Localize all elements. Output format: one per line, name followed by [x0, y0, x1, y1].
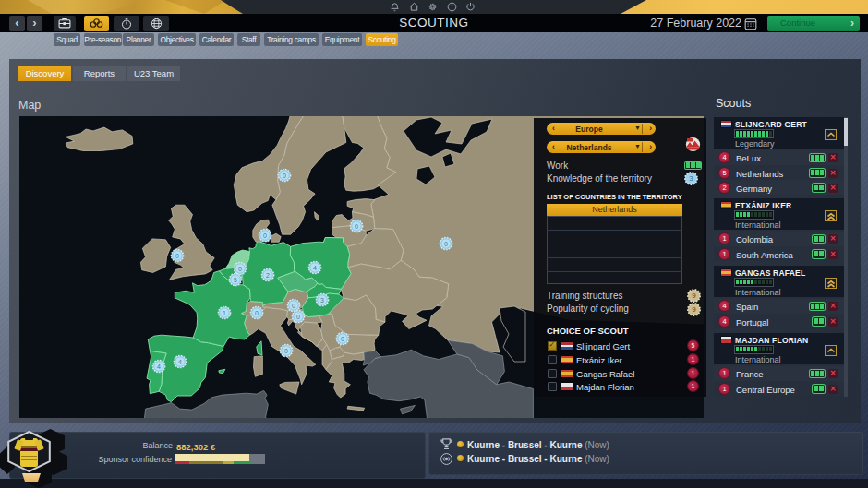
svg-text:0: 0 — [355, 223, 358, 230]
svg-text:0: 0 — [296, 314, 300, 320]
svg-text:0: 0 — [444, 241, 448, 247]
svg-text:0: 0 — [292, 303, 295, 309]
svg-text:2: 2 — [266, 272, 270, 279]
svg-text:0: 0 — [175, 253, 179, 259]
svg-text:4: 4 — [157, 363, 161, 370]
svg-text:0: 0 — [341, 336, 344, 342]
svg-text:9: 9 — [692, 292, 696, 300]
svg-text:1: 1 — [223, 310, 226, 316]
svg-text:0: 0 — [238, 266, 242, 272]
svg-text:0: 0 — [255, 310, 259, 316]
svg-text:0: 0 — [283, 173, 286, 179]
svg-text:3: 3 — [689, 174, 693, 183]
svg-text:4: 4 — [313, 265, 317, 271]
svg-text:5: 5 — [234, 277, 237, 283]
svg-text:0: 0 — [263, 232, 267, 239]
svg-text:3: 3 — [320, 297, 324, 304]
svg-text:4: 4 — [178, 359, 182, 365]
svg-text:0: 0 — [284, 348, 288, 354]
svg-text:9: 9 — [692, 305, 696, 314]
